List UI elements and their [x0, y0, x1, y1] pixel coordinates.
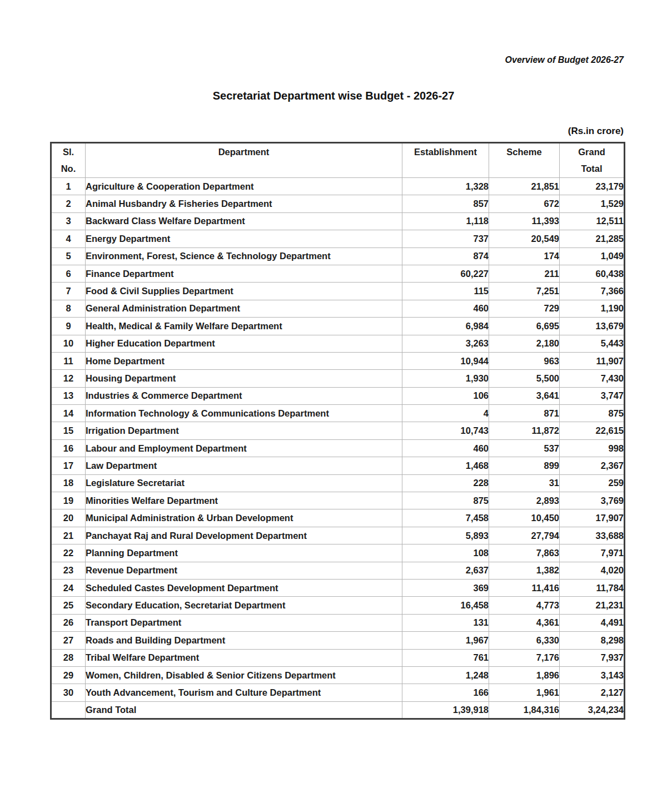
row-establishment-cell: 874: [402, 247, 489, 265]
table-row: 27 Roads and Building Department 1,967 6…: [51, 632, 625, 649]
row-serial-cell: 29: [51, 666, 86, 684]
row-serial-cell: 18: [51, 474, 86, 492]
page-title: Secretariat Department wise Budget - 202…: [0, 90, 667, 102]
row-serial-cell: 10: [51, 335, 86, 352]
row-establishment-cell: 369: [402, 579, 489, 596]
row-grand-total-cell: 4,491: [560, 614, 625, 631]
row-scheme-cell: 211: [489, 265, 560, 282]
table-row: 30 Youth Advancement, Tourism and Cultur…: [51, 684, 625, 701]
table-row: 21 Panchayat Raj and Rural Development D…: [51, 527, 625, 544]
row-scheme-cell: 174: [489, 247, 560, 265]
row-department-cell: Law Department: [86, 457, 402, 474]
row-serial-cell: 1: [51, 178, 86, 195]
row-scheme-cell: 31: [489, 474, 560, 492]
row-scheme-cell: 963: [489, 352, 560, 369]
row-department-cell: Tribal Welfare Department: [86, 649, 402, 666]
table-header: Sl. No. Department Establishment Scheme …: [51, 143, 625, 178]
row-establishment-cell: 1,930: [402, 370, 489, 387]
table-row: 8 General Administration Department 460 …: [51, 300, 625, 317]
row-establishment-cell: 16,458: [402, 597, 489, 614]
row-establishment-cell: 1,468: [402, 457, 489, 474]
row-department-cell: Minorities Welfare Department: [86, 492, 402, 509]
row-grand-total-cell: 7,366: [560, 283, 625, 300]
column-header-department: Department: [86, 143, 402, 178]
row-establishment-cell: 166: [402, 684, 489, 701]
row-serial-cell: 21: [51, 527, 86, 544]
row-department-cell: Youth Advancement, Tourism and Culture D…: [86, 684, 402, 701]
row-establishment-cell: 1,328: [402, 178, 489, 195]
row-serial-cell: 19: [51, 492, 86, 509]
row-establishment-cell: 5,893: [402, 527, 489, 544]
row-serial-cell: 22: [51, 544, 86, 562]
row-grand-total-cell: 21,231: [560, 597, 625, 614]
row-serial-cell: 24: [51, 579, 86, 596]
row-serial-cell: 17: [51, 457, 86, 474]
row-serial-cell: 30: [51, 684, 86, 701]
row-grand-total-cell: 998: [560, 439, 625, 457]
row-establishment-cell: 1,967: [402, 632, 489, 649]
row-department-cell: Finance Department: [86, 265, 402, 282]
table-row: 15 Irrigation Department 10,743 11,872 2…: [51, 422, 625, 439]
row-grand-total-cell: 21,285: [560, 230, 625, 247]
table-row: 24 Scheduled Castes Development Departme…: [51, 579, 625, 596]
row-grand-total-cell: 7,430: [560, 370, 625, 387]
row-scheme-cell: 5,500: [489, 370, 560, 387]
row-establishment-cell: 108: [402, 544, 489, 562]
row-scheme-cell: 6,695: [489, 318, 560, 335]
row-department-cell: Planning Department: [86, 544, 402, 562]
row-serial-cell: 27: [51, 632, 86, 649]
row-scheme-cell: 1,382: [489, 562, 560, 579]
row-grand-total-cell: 1,049: [560, 247, 625, 265]
row-serial-cell: 26: [51, 614, 86, 631]
table-row: 2 Animal Husbandry & Fisheries Departmen…: [51, 195, 625, 212]
row-establishment-cell: 875: [402, 492, 489, 509]
row-department-cell: Municipal Administration & Urban Develop…: [86, 509, 402, 527]
row-department-cell: Agriculture & Cooperation Department: [86, 178, 402, 195]
row-department-cell: Legislature Secretariat: [86, 474, 402, 492]
grand-total-grand: 3,24,234: [560, 701, 625, 719]
row-scheme-cell: 11,393: [489, 212, 560, 230]
grand-total-row: Grand Total 1,39,918 1,84,316 3,24,234: [51, 701, 625, 719]
row-department-cell: Scheduled Castes Development Department: [86, 579, 402, 596]
row-department-cell: Panchayat Raj and Rural Development Depa…: [86, 527, 402, 544]
row-department-cell: Irrigation Department: [86, 422, 402, 439]
row-scheme-cell: 3,641: [489, 387, 560, 404]
row-department-cell: Roads and Building Department: [86, 632, 402, 649]
row-establishment-cell: 761: [402, 649, 489, 666]
row-scheme-cell: 2,893: [489, 492, 560, 509]
row-scheme-cell: 4,361: [489, 614, 560, 631]
table-row: 5 Environment, Forest, Science & Technol…: [51, 247, 625, 265]
row-grand-total-cell: 23,179: [560, 178, 625, 195]
row-grand-total-cell: 11,784: [560, 579, 625, 596]
row-grand-total-cell: 3,747: [560, 387, 625, 404]
row-scheme-cell: 7,863: [489, 544, 560, 562]
row-establishment-cell: 131: [402, 614, 489, 631]
row-grand-total-cell: 2,127: [560, 684, 625, 701]
table-footer: Grand Total 1,39,918 1,84,316 3,24,234: [51, 701, 625, 719]
row-serial-cell: 14: [51, 405, 86, 422]
grand-total-label: Grand Total: [86, 701, 402, 719]
row-department-cell: Higher Education Department: [86, 335, 402, 352]
row-establishment-cell: 460: [402, 439, 489, 457]
row-department-cell: Food & Civil Supplies Department: [86, 283, 402, 300]
table-row: 6 Finance Department 60,227 211 60,438: [51, 265, 625, 282]
row-establishment-cell: 106: [402, 387, 489, 404]
table-row: 14 Information Technology & Communicatio…: [51, 405, 625, 422]
row-serial-cell: 9: [51, 318, 86, 335]
table-row: 12 Housing Department 1,930 5,500 7,430: [51, 370, 625, 387]
row-department-cell: Environment, Forest, Science & Technolog…: [86, 247, 402, 265]
row-establishment-cell: 10,944: [402, 352, 489, 369]
row-serial-cell: 15: [51, 422, 86, 439]
table-row: 13 Industries & Commerce Department 106 …: [51, 387, 625, 404]
row-grand-total-cell: 7,937: [560, 649, 625, 666]
row-grand-total-cell: 12,511: [560, 212, 625, 230]
column-header-sl-no: Sl. No.: [51, 143, 86, 178]
row-establishment-cell: 1,118: [402, 212, 489, 230]
grand-total-empty-cell: [51, 701, 86, 719]
table-row: 26 Transport Department 131 4,361 4,491: [51, 614, 625, 631]
row-serial-cell: 28: [51, 649, 86, 666]
row-establishment-cell: 1,248: [402, 666, 489, 684]
budget-table: Sl. No. Department Establishment Scheme …: [50, 142, 625, 720]
row-serial-cell: 25: [51, 597, 86, 614]
row-establishment-cell: 60,227: [402, 265, 489, 282]
